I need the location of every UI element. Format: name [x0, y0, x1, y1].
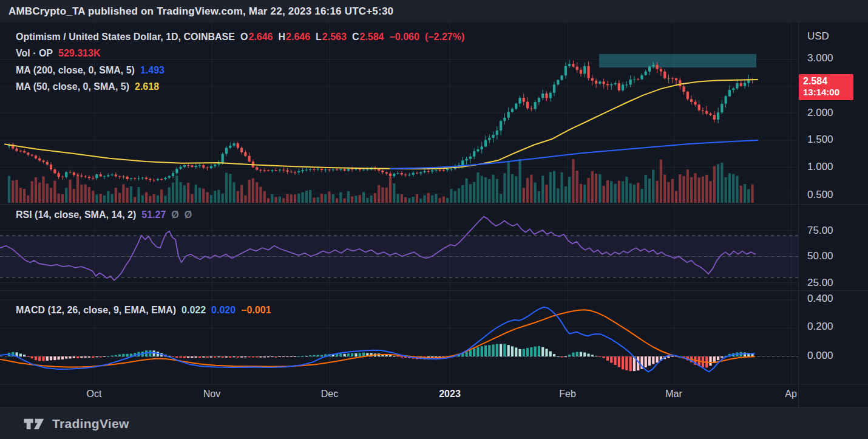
- volume-legend[interactable]: Vol · OP 529.313K: [16, 48, 100, 59]
- tradingview-chart-page: AMBCrypto_TA published on TradingView.co…: [0, 0, 868, 439]
- gridlines: [0, 22, 798, 384]
- time-scale-label: 2023: [439, 389, 461, 400]
- symbol-legend[interactable]: Optimism / United States Dollar, 1D, COI…: [16, 32, 464, 43]
- ma200-legend[interactable]: MA (200, close, 0, SMA, 5) 1.493: [16, 65, 164, 76]
- last-price-badge: 2.584 13:14:00: [799, 74, 853, 100]
- last-price: 2.584: [803, 76, 853, 87]
- price-scale-label: 0.200: [807, 321, 833, 333]
- price-scale-label: 3.000: [807, 52, 833, 64]
- macd-label: MACD (12, 26, close, 9, EMA, EMA): [16, 305, 176, 316]
- ma50-value: 2.618: [135, 81, 159, 92]
- bar-countdown: 13:14:00: [803, 87, 853, 98]
- price-scale-label: 1.000: [807, 161, 833, 173]
- macd-line-value: 0.020: [211, 305, 236, 316]
- volume-value: 529.313K: [58, 48, 100, 59]
- rsi-empty-values: Ø Ø: [171, 209, 192, 220]
- macd-pane[interactable]: [0, 307, 798, 372]
- macd-signal-value: −0.001: [241, 305, 271, 316]
- price-scale-label: 2.000: [807, 107, 833, 119]
- rsi-legend[interactable]: RSI (14, close, SMA, 14, 2) 51.27 Ø Ø: [16, 209, 192, 220]
- price-scale-label: 25.00: [807, 277, 833, 289]
- volume-label: Vol · OP: [16, 48, 53, 59]
- rsi-pane[interactable]: [0, 217, 798, 281]
- tradingview-logo-icon[interactable]: [23, 415, 46, 433]
- rsi-value: 51.27: [141, 209, 166, 220]
- price-scale-label: 1.500: [807, 134, 833, 146]
- price-scale-label: 75.00: [807, 225, 833, 237]
- price-scale-label: 50.00: [807, 250, 833, 262]
- rsi-label: RSI (14, close, SMA, 14, 2): [16, 209, 136, 220]
- time-scale-label: Dec: [321, 389, 338, 400]
- price-scale-label: 0.000: [807, 350, 833, 362]
- time-scale-label: Oct: [87, 389, 102, 400]
- macd-legend[interactable]: MACD (12, 26, close, 9, EMA, EMA) 0.022 …: [16, 305, 271, 316]
- tradingview-wordmark[interactable]: TradingView: [52, 417, 129, 431]
- price-pane[interactable]: [5, 54, 758, 203]
- ma200-label: MA (200, close, 0, SMA, 5): [16, 65, 135, 76]
- time-scale-label: Feb: [559, 389, 576, 400]
- price-scale-label: 0.500: [807, 189, 833, 201]
- ohlc-close: C2.584: [352, 32, 384, 43]
- price-scale-label: 0.400: [807, 293, 833, 305]
- ohlc-low: L2.563: [316, 32, 347, 43]
- macd-hist-value: 0.022: [181, 305, 206, 316]
- price-scale-label: USD: [807, 30, 829, 43]
- ohlc-open: O2.646: [240, 32, 273, 43]
- price-change: −0.060: [390, 32, 419, 43]
- ma200-value: 1.493: [140, 65, 164, 76]
- symbol-title: Optimism / United States Dollar, 1D, COI…: [16, 32, 235, 43]
- ohlc-high: H2.646: [278, 32, 310, 43]
- time-scale-label: Ap: [785, 389, 797, 400]
- time-scale-label: Nov: [203, 389, 220, 400]
- time-scale-label: Mar: [665, 389, 682, 400]
- footer-bar: TradingView: [0, 407, 868, 439]
- price-change-percent: (−2.27%): [425, 32, 464, 43]
- ma50-label: MA (50, close, 0, SMA, 5): [16, 81, 129, 92]
- ma50-legend[interactable]: MA (50, close, 0, SMA, 5) 2.618: [16, 81, 159, 92]
